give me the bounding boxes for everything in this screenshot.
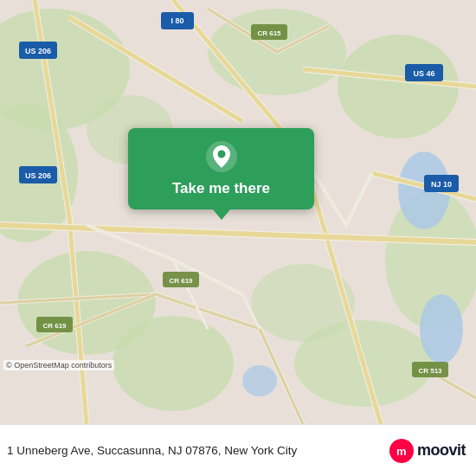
svg-text:NJ 10: NJ 10 bbox=[431, 180, 452, 189]
tooltip-label: Take me there bbox=[172, 180, 270, 197]
svg-text:US 206: US 206 bbox=[25, 171, 51, 180]
moovit-m-icon: m bbox=[394, 443, 409, 459]
svg-text:CR 615: CR 615 bbox=[257, 29, 281, 37]
address-text: 1 Unneberg Ave, Succasunna, NJ 07876, Ne… bbox=[7, 444, 389, 457]
osm-attribution: © OpenStreetMap contributors bbox=[3, 360, 114, 370]
map-container: I 80 US 206 CR 615 US 46 US 206 NJ 10 CR… bbox=[0, 0, 476, 424]
svg-point-33 bbox=[217, 151, 225, 158]
moovit-logo: m moovit bbox=[389, 439, 466, 463]
svg-text:I 80: I 80 bbox=[170, 16, 183, 25]
svg-point-6 bbox=[338, 35, 459, 138]
svg-text:US 206: US 206 bbox=[25, 47, 51, 55]
svg-point-4 bbox=[113, 316, 234, 411]
svg-point-13 bbox=[242, 365, 277, 396]
moovit-logo-text: moovit bbox=[417, 441, 466, 460]
location-pin-icon bbox=[205, 140, 238, 173]
bottom-bar: 1 Unneberg Ave, Succasunna, NJ 07876, Ne… bbox=[0, 424, 476, 476]
svg-text:m: m bbox=[396, 445, 407, 458]
moovit-logo-icon: m bbox=[389, 439, 414, 463]
svg-text:CR 513: CR 513 bbox=[418, 367, 442, 375]
svg-point-12 bbox=[420, 294, 463, 363]
take-me-there-button[interactable]: Take me there bbox=[128, 128, 314, 209]
svg-text:CR 619: CR 619 bbox=[169, 277, 193, 285]
svg-text:CR 619: CR 619 bbox=[42, 322, 67, 330]
svg-text:US 46: US 46 bbox=[413, 69, 434, 78]
